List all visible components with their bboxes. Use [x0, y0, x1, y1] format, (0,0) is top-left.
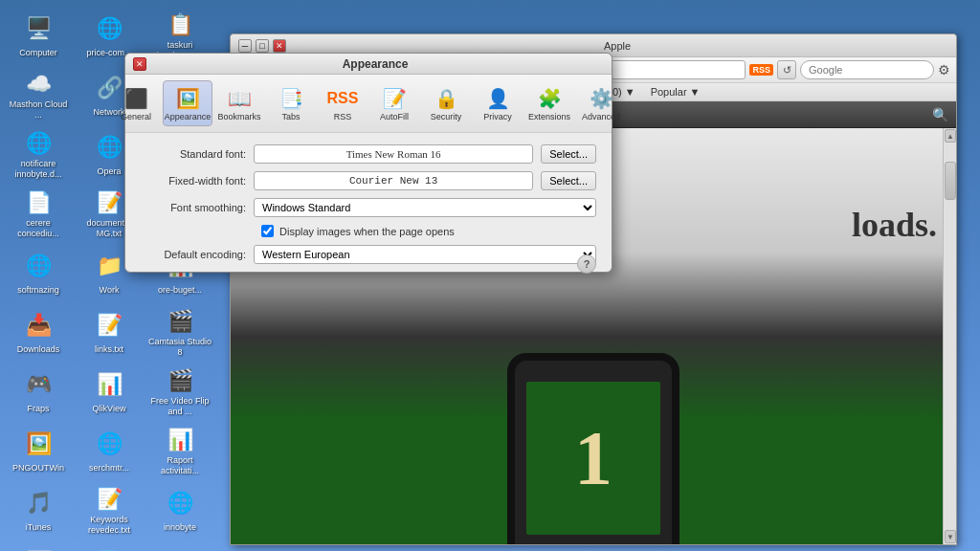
desktop-icon-fraps[interactable]: 🎮 Fraps: [4, 364, 73, 421]
apple-search-icon[interactable]: 🔍: [932, 107, 948, 122]
security-icon: 🔒: [433, 85, 459, 112]
icon-label-masthon: Masthon Cloud ...: [6, 99, 71, 121]
dtool-bookmarks[interactable]: 📖 Bookmarks: [214, 80, 264, 126]
bm-popular[interactable]: Popular ▼: [647, 85, 704, 99]
icon-image-innobyte: 🌐: [163, 486, 197, 520]
desktop-icon-camtasia[interactable]: 🎬 Camtasia Studio 8: [145, 304, 214, 362]
icon-label-work: Work: [100, 285, 120, 296]
display-images-checkbox[interactable]: [261, 225, 274, 237]
fixed-font-select-button[interactable]: Select...: [541, 171, 596, 190]
desktop-icon-keywords[interactable]: 📝 Keywords revedec.txt: [75, 482, 144, 540]
tabs-icon: 📑: [278, 85, 304, 112]
icon-label-computer: Computer: [19, 48, 57, 58]
dtool-extensions[interactable]: 🧩 Extensions: [524, 80, 574, 126]
rss-badge: RSS: [749, 64, 773, 76]
icon-image-opera: 🌐: [92, 130, 126, 165]
bookmarks-icon: 📖: [226, 85, 253, 112]
fixed-font-row: Fixed-width font: Courier New 13 Select.…: [141, 171, 596, 190]
icon-label-raport: Raport activitati...: [147, 455, 212, 476]
desktop-icon-contract[interactable]: 📄 Contract Altex-3ldbox: [75, 541, 144, 551]
dtool-extensions-label: Extensions: [528, 112, 570, 121]
minimize-button[interactable]: ─: [238, 39, 252, 53]
dtool-privacy[interactable]: 👤 Privacy: [473, 80, 523, 126]
dtool-advanced[interactable]: ⚙️ Advanced: [576, 80, 626, 126]
desktop-icon-links[interactable]: 📝 links.txt: [75, 304, 144, 362]
maximize-button[interactable]: □: [256, 39, 269, 53]
extensions-icon: 🧩: [536, 85, 563, 112]
refresh-icon[interactable]: ↺: [777, 60, 796, 79]
standard-font-value: Times New Roman 16: [254, 144, 533, 164]
icon-image-downloads: 📥: [21, 308, 56, 342]
icon-label-links: links.txt: [95, 344, 123, 355]
icon-image-cerere: 📄: [21, 189, 56, 216]
desktop-icon-masthon[interactable]: ☁️ Masthon Cloud ...: [4, 67, 73, 124]
help-button[interactable]: ?: [577, 254, 596, 274]
window-controls: ─ □ ✕: [238, 39, 286, 53]
desktop-icon-raport[interactable]: 📊 Raport activitati...: [145, 423, 214, 480]
icon-image-softmazing: 🌐: [21, 249, 56, 283]
desktop-icon-computer[interactable]: 🖥️ Computer: [4, 8, 73, 65]
display-images-label: Display images when the page opens: [279, 226, 455, 237]
default-encoding-select[interactable]: Western European UTF-8 Unicode: [254, 245, 596, 264]
appearance-icon: 🖼️: [174, 85, 201, 112]
icon-image-camtasia: 🎬: [163, 308, 197, 335]
desktop-icon-cerere[interactable]: 📄 cerere concediu...: [4, 186, 73, 243]
dtool-advanced-label: Advanced: [582, 112, 620, 121]
desktop-icon-serchmtr[interactable]: 🌐 serchmtr...: [75, 423, 144, 480]
desktop-icon-categorii[interactable]: 📁 categorii filecreoinr: [145, 541, 214, 551]
dtool-rss[interactable]: RSS RSS: [318, 80, 368, 126]
icon-label-ore-buget: ore-buget...: [158, 285, 202, 296]
appearance-dialog: ✕ Appearance ⬛ General 🖼️ Appearance 📖 B…: [124, 53, 612, 273]
font-smoothing-row: Font smoothing: Windows Standard Light M…: [141, 198, 596, 217]
icon-image-itunes: 🎵: [21, 486, 56, 520]
icon-image-links: 📝: [92, 308, 126, 342]
icon-label-serchmtr: serchmtr...: [89, 463, 129, 474]
font-smoothing-label: Font smoothing:: [141, 202, 246, 213]
standard-font-label: Standard font:: [141, 148, 246, 160]
icon-image-work: 📁: [92, 249, 126, 283]
fixed-font-label: Fixed-width font:: [141, 175, 246, 187]
desktop-icon-factturi[interactable]: 📊 factturi web.xlsx: [4, 541, 73, 551]
icon-label-opera: Opera: [97, 166, 121, 177]
icon-image-raport: 📊: [163, 427, 197, 453]
icon-image-document: 📝: [92, 189, 126, 216]
icon-image-masthon: ☁️: [21, 71, 56, 98]
icon-label-fraps: Fraps: [27, 404, 49, 414]
dtool-bookmarks-label: Bookmarks: [218, 112, 261, 121]
desktop-icon-notificare[interactable]: 🌐 notificare innobyte.d...: [4, 126, 73, 184]
dtool-autofill-label: AutoFill: [380, 112, 409, 121]
icon-image-serchmtr: 🌐: [92, 427, 126, 461]
desktop-icon-itunes[interactable]: 🎵 iTunes: [4, 482, 73, 540]
display-images-row: Display images when the page opens: [261, 225, 596, 237]
browser-scrollbar[interactable]: ▲ ▼: [943, 128, 956, 544]
icon-image-computer: 🖥️: [21, 11, 56, 46]
desktop-icon-downloads[interactable]: 📥 Downloads: [4, 304, 73, 362]
dtool-appearance[interactable]: 🖼️ Appearance: [163, 80, 212, 126]
icon-image-categorii: 📁: [163, 545, 197, 551]
desktop-icon-softmazing[interactable]: 🌐 softmazing: [4, 245, 73, 302]
search-input[interactable]: [800, 60, 934, 79]
icon-label-softmazing: softmazing: [17, 285, 59, 296]
tools-icon[interactable]: ⚙: [938, 62, 950, 77]
icon-image-qlikview: 📊: [92, 367, 126, 402]
desktop-icon-innobyte[interactable]: 🌐 innobyte: [145, 482, 214, 540]
dtool-tabs[interactable]: 📑 Tabs: [266, 80, 316, 126]
dtool-security[interactable]: 🔒 Security: [421, 80, 471, 126]
dialog-close-button[interactable]: ✕: [133, 57, 146, 71]
icon-image-contract: 📄: [92, 545, 126, 551]
font-smoothing-select[interactable]: Windows Standard Light Medium Strong: [254, 198, 596, 217]
scroll-thumb[interactable]: [945, 162, 956, 200]
desktop-icon-qlikview[interactable]: 📊 QlikView: [75, 364, 144, 421]
desktop-icon-freevideo[interactable]: 🎬 Free Video Flip and ...: [145, 364, 214, 421]
dtool-general[interactable]: ⬛ General: [111, 80, 161, 126]
downloads-text: loads.: [852, 205, 937, 245]
desktop-icon-pngout[interactable]: 🖼️ PNGOUTWin: [4, 423, 73, 480]
dtool-tabs-label: Tabs: [281, 112, 300, 121]
default-encoding-wrapper: Western European UTF-8 Unicode: [254, 245, 596, 264]
close-button[interactable]: ✕: [273, 39, 286, 53]
icon-image-factturi: 📊: [21, 545, 56, 551]
dialog-content: Standard font: Times New Roman 16 Select…: [125, 133, 612, 283]
standard-font-select-button[interactable]: Select...: [541, 144, 596, 164]
dialog-toolbar: ⬛ General 🖼️ Appearance 📖 Bookmarks 📑 Ta…: [125, 75, 612, 133]
dtool-autofill[interactable]: 📝 AutoFill: [369, 80, 419, 126]
